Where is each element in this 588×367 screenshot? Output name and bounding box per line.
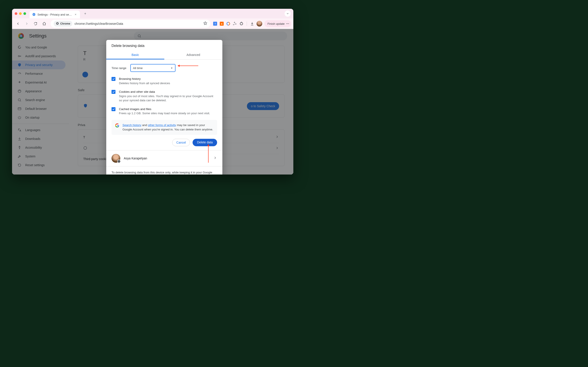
check-title: Cached images and files [119,107,210,111]
profile-avatar[interactable] [257,21,262,26]
checkbox-cookies[interactable] [112,90,115,94]
annotation-arrow-timerange [178,66,198,66]
translate-extension-icon[interactable]: ⠿ [213,22,217,26]
check-browsing-history: Browsing history Deletes history from al… [112,77,217,85]
browser-tab[interactable]: Settings - Privacy and securit [30,10,80,18]
caret-down-icon: ▼ [171,67,173,69]
svg-point-1 [57,23,58,24]
user-row[interactable]: Asya Karapetyan [106,150,222,166]
chrome-icon [56,22,59,26]
google-g-icon [115,124,119,128]
checkbox-browsing-history[interactable] [112,77,115,81]
other-activity-link[interactable]: other forms of activity [148,124,176,127]
checkbox-cache[interactable] [112,107,115,111]
maximize-window-button[interactable] [24,12,26,15]
back-button[interactable] [14,20,22,27]
home-button[interactable] [40,20,48,27]
user-name: Asya Karapetyan [124,157,147,160]
svg-point-8 [287,24,288,24]
svg-text:a: a [221,22,222,25]
sync-badge-icon [117,160,121,163]
chevron-right-icon [213,156,217,161]
close-window-button[interactable] [15,12,17,15]
dialog-title: Delete browsing data [106,40,222,50]
dialog-tabs: Basic Advanced [106,50,222,60]
finish-update-label: Finish update [267,22,285,25]
tab-overflow-button[interactable] [285,10,291,17]
delete-browsing-data-dialog: Delete browsing data Basic Advanced Time… [106,40,222,175]
check-cache: Cached images and files Frees up 1.2 GB.… [112,107,217,116]
forward-button[interactable] [23,20,31,27]
url-text: chrome://settings/clearBrowserData [74,22,201,25]
finish-update-button[interactable]: Finish update [265,20,291,27]
tab-advanced[interactable]: Advanced [164,50,222,59]
extensions-puzzle-icon[interactable] [239,22,244,26]
browser-window: Settings - Privacy and securit Chrome ch… [12,9,293,175]
chip-label: Chrome [60,22,70,25]
svg-text:⠿: ⠿ [214,23,216,25]
recycle-extension-icon[interactable] [233,22,237,26]
tab-basic[interactable]: Basic [106,50,164,59]
user-avatar [112,154,120,163]
download-icon[interactable] [250,22,254,26]
bookmark-star-icon[interactable] [203,21,207,26]
site-chip[interactable]: Chrome [54,21,72,26]
toolbar-divider [247,22,247,26]
check-title: Browsing history [119,77,170,81]
check-desc: Frees up 1.2 GB. Some sites may load mor… [119,111,210,116]
cancel-button[interactable]: Cancel [172,139,190,146]
check-title: Cookies and other site data [119,90,217,94]
svg-point-9 [288,24,289,24]
reload-button[interactable] [32,20,39,27]
time-range-label: Time range [112,67,126,70]
delete-data-button[interactable]: Delete data [193,139,217,146]
info-box: Search history and other forms of activi… [112,120,217,135]
browser-toolbar: Chrome chrome://settings/clearBrowserDat… [12,18,293,29]
new-tab-button[interactable] [82,10,88,17]
svg-point-7 [286,24,287,24]
check-desc: Signs you out of most sites. You'll stay… [119,94,217,103]
dialog-footer: To delete browsing data from this device… [106,166,222,175]
gear-icon [32,13,36,16]
minimize-window-button[interactable] [19,12,22,15]
time-range-value: All time [133,67,143,70]
time-range-select[interactable]: All time ▼ [130,64,176,72]
check-desc: Deletes history from all synced devices [119,81,170,85]
window-titlebar: Settings - Privacy and securit [12,9,293,18]
search-history-link[interactable]: Search history [122,124,141,127]
traffic-lights [15,12,26,15]
check-cookies: Cookies and other site data Signs you ou… [112,90,217,103]
extension-icons: ⠿ a Finish update [213,20,291,27]
orange-extension-icon[interactable]: a [219,22,224,26]
tab-title: Settings - Privacy and securit [37,13,72,16]
close-tab-button[interactable] [74,13,77,16]
circle-extension-icon[interactable] [226,22,230,26]
annotation-arrow-delete [208,145,209,163]
address-bar[interactable]: Chrome chrome://settings/clearBrowserDat… [51,20,210,28]
